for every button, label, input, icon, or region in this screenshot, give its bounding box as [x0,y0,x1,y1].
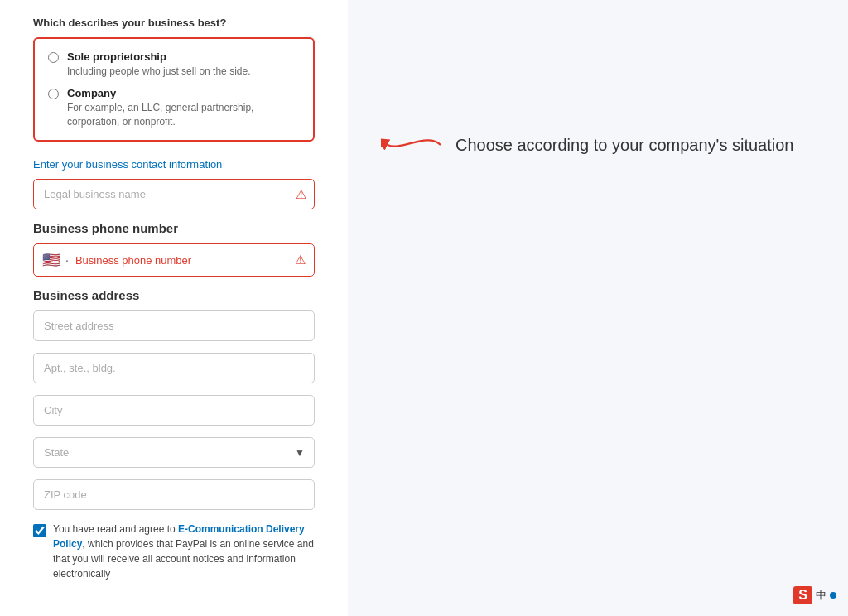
company-subtitle: For example, an LLC, general partnership… [67,101,300,129]
phone-warning-icon: ⚠ [295,253,306,267]
ecommunication-row: You have read and agree to E-Communicati… [33,522,315,581]
annotation-arrow-icon [381,124,447,166]
sole-proprietorship-option[interactable]: Sole proprietorship Including people who… [48,51,300,79]
state-wrapper: State AlabamaAlaskaArizonaArkansasCalifo… [33,437,315,468]
city-wrapper [33,395,315,426]
phone-input[interactable] [75,254,295,267]
left-panel: Which describes your business best? Sole… [0,0,348,616]
phone-section-label: Business phone number [33,221,315,235]
ecommunication-label: You have read and agree to E-Communicati… [53,522,315,581]
apt-wrapper [33,353,315,383]
ecommunication-checkbox[interactable] [33,524,46,537]
address-section-label: Business address [33,288,315,302]
right-panel: Choose according to your company's situa… [348,0,848,616]
checkbox-text-after: , which provides that PayPal is an onlin… [53,538,314,580]
city-input[interactable] [33,395,315,426]
annotation-container: Choose according to your company's situa… [381,124,794,166]
business-name-warning-icon: ⚠ [296,187,306,202]
contact-info-label: Enter your business contact information [33,158,315,171]
watermark-s-label: S [793,586,812,604]
annotation-text: Choose according to your company's situa… [455,136,794,155]
company-title: Company [67,87,300,99]
apt-input[interactable] [33,353,315,383]
sole-proprietorship-radio[interactable] [48,52,59,63]
sole-proprietorship-title: Sole proprietorship [67,51,250,63]
zip-wrapper [33,479,315,510]
business-type-box: Sole proprietorship Including people who… [33,37,315,142]
state-select[interactable]: State AlabamaAlaskaArizonaArkansasCalifo… [33,437,315,468]
checkbox-text-before: You have read and agree to [53,523,178,535]
business-name-wrapper: ⚠ [33,179,315,209]
business-name-input[interactable] [33,179,315,209]
sole-proprietorship-subtitle: Including people who just sell on the si… [67,65,250,79]
watermark-dot-icon [830,592,836,599]
phone-wrapper: 🇺🇸 · ⚠ [33,243,315,277]
company-option[interactable]: Company For example, an LLC, general par… [48,87,300,129]
watermark-middle-label: 中 [816,588,826,603]
watermark: S 中 [793,586,836,604]
phone-separator: · [65,253,69,267]
company-radio[interactable] [48,89,59,99]
street-address-input[interactable] [33,310,315,341]
street-address-wrapper [33,310,315,341]
zip-input[interactable] [33,479,315,510]
flag-icon: 🇺🇸 [42,251,60,269]
business-type-label: Which describes your business best? [33,17,315,29]
